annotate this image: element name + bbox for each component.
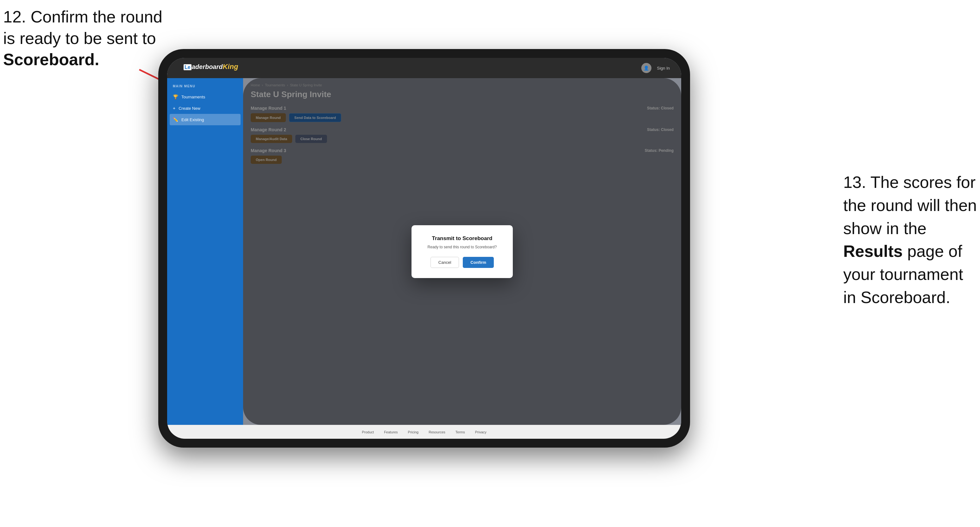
transmit-modal: Transmit to Scoreboard Ready to send thi… [412, 225, 513, 278]
sidebar-item-create-new[interactable]: + Create New [167, 103, 243, 114]
annotation-right-line2: the round will then [843, 196, 977, 214]
avatar: 👤 [641, 63, 651, 73]
topnav-right: 👤 Sign In [641, 63, 670, 73]
sidebar: MAIN MENU 🏆 Tournaments + Create New ✏️ … [167, 78, 243, 425]
footer-link-privacy[interactable]: Privacy [475, 430, 487, 434]
sidebar-section-label: MAIN MENU [167, 84, 243, 88]
footer-link-product[interactable]: Product [362, 430, 374, 434]
modal-confirm-button[interactable]: Confirm [463, 257, 494, 268]
annotation-right-line5: your tournament [843, 265, 963, 283]
annotation-line3: Scoreboard. [3, 50, 99, 69]
plus-icon: + [173, 106, 175, 111]
main-content: Home › Tournaments › State U Spring Invi… [243, 78, 681, 425]
annotation-line1: 12. Confirm the round [3, 8, 162, 26]
modal-overlay: Transmit to Scoreboard Ready to send thi… [243, 78, 681, 425]
annotation-right-line1: 13. The scores for [843, 173, 975, 191]
sidebar-item-tournaments[interactable]: 🏆 Tournaments [167, 91, 243, 103]
annotation-line2: is ready to be sent to [3, 29, 156, 48]
tablet-screen: LeaderboardKing 👤 Sign In MAIN MENU 🏆 [167, 58, 681, 439]
app-screen: LeaderboardKing 👤 Sign In MAIN MENU 🏆 [167, 58, 681, 439]
sidebar-label-create-new: Create New [178, 106, 200, 111]
footer: Product Features Pricing Resources Terms… [167, 425, 681, 439]
annotation-right-line3: show in the [843, 219, 926, 238]
footer-link-resources[interactable]: Resources [429, 430, 445, 434]
annotation-right-rest: page of [903, 242, 962, 260]
modal-title: Transmit to Scoreboard [423, 235, 501, 242]
annotation-right-bold: Results [843, 242, 903, 260]
trophy-icon: 🏆 [173, 94, 178, 99]
sidebar-item-edit-existing[interactable]: ✏️ Edit Existing [170, 114, 240, 125]
main-layout: MAIN MENU 🏆 Tournaments + Create New ✏️ … [167, 78, 681, 425]
modal-buttons: Cancel Confirm [423, 257, 501, 268]
signin-button[interactable]: Sign In [657, 66, 670, 71]
annotation-top: 12. Confirm the round is ready to be sen… [3, 6, 162, 71]
modal-cancel-button[interactable]: Cancel [431, 257, 459, 268]
footer-link-features[interactable]: Features [384, 430, 398, 434]
annotation-right: 13. The scores for the round will then s… [843, 171, 977, 309]
modal-subtitle: Ready to send this round to Scoreboard? [423, 245, 501, 249]
sidebar-label-tournaments: Tournaments [181, 95, 205, 99]
tablet-device: LeaderboardKing 👤 Sign In MAIN MENU 🏆 [158, 49, 690, 448]
annotation-right-line6: in Scoreboard. [843, 288, 950, 306]
footer-link-pricing[interactable]: Pricing [408, 430, 419, 434]
top-navbar: LeaderboardKing 👤 Sign In [167, 58, 681, 78]
logo: LeaderboardKing [178, 59, 243, 77]
footer-link-terms[interactable]: Terms [455, 430, 465, 434]
edit-icon: ✏️ [173, 117, 178, 122]
sidebar-label-edit-existing: Edit Existing [181, 117, 204, 122]
